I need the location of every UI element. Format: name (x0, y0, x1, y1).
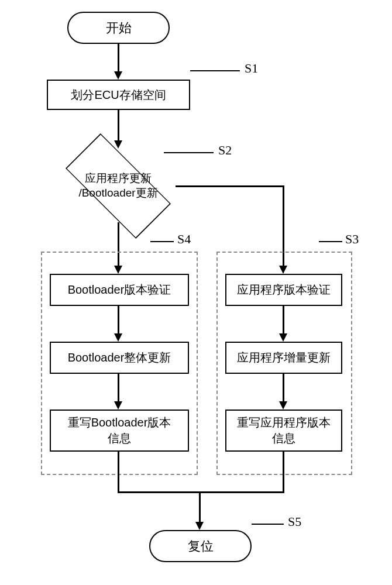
s2-line2: /Bootloader更新 (66, 186, 171, 201)
arrow-line (176, 185, 284, 187)
s3-2-process: 应用程序增量更新 (225, 342, 342, 374)
s3-3-line2: 信息 (272, 431, 295, 446)
s4-3-line1: 重写Bootloader版本 (68, 415, 171, 431)
s5-step-label: S5 (288, 514, 301, 529)
arrow-head (195, 522, 204, 530)
arrow-line (283, 306, 284, 335)
connector-line (319, 241, 342, 242)
s3-3-process: 重写应用程序版本 信息 (225, 410, 342, 452)
arrow-line (199, 491, 201, 524)
arrow-line (118, 306, 119, 335)
connector-line (190, 70, 240, 71)
s1-step-label: S1 (245, 61, 258, 76)
s4-2-process: Bootloader整体更新 (50, 342, 189, 374)
s4-step-label: S4 (177, 232, 191, 247)
s5-terminal: 复位 (149, 530, 252, 562)
s4-3-line2: 信息 (108, 431, 131, 446)
s2-decision: 应用程序更新 /Bootloader更新 (60, 148, 177, 224)
arrow-head (114, 333, 122, 342)
arrow-head (114, 71, 122, 80)
s2-text: 应用程序更新 /Bootloader更新 (66, 171, 171, 200)
s4-1-label: Bootloader版本验证 (68, 282, 171, 298)
s5-label: 复位 (188, 538, 214, 555)
arrow-head (114, 401, 122, 410)
connector-line (252, 524, 284, 525)
s1-label: 划分ECU存储空间 (71, 87, 166, 103)
arrow-line (283, 374, 284, 403)
arrow-line (283, 452, 284, 493)
s3-1-label: 应用程序版本验证 (237, 282, 331, 298)
s3-step-label: S3 (345, 232, 359, 247)
s4-1-process: Bootloader版本验证 (50, 274, 189, 306)
arrow-head (279, 333, 287, 342)
connector-line (164, 152, 214, 153)
arrow-head (279, 401, 287, 410)
arrow-line (118, 374, 119, 403)
arrow-head (114, 140, 122, 149)
s2-line1: 应用程序更新 (66, 171, 171, 186)
arrow-line (118, 44, 119, 73)
s3-3-line1: 重写应用程序版本 (237, 415, 331, 431)
s4-2-label: Bootloader整体更新 (68, 350, 171, 366)
connector-line (150, 241, 174, 242)
s1-process: 划分ECU存储空间 (47, 80, 190, 110)
start-terminal: 开始 (67, 12, 170, 44)
arrow-line (118, 110, 119, 142)
arrow-line (118, 491, 284, 493)
s4-3-process: 重写Bootloader版本 信息 (50, 410, 189, 452)
start-label: 开始 (106, 19, 132, 37)
s2-step-label: S2 (218, 143, 232, 158)
arrow-line (118, 452, 119, 493)
s3-2-label: 应用程序增量更新 (237, 350, 331, 366)
s3-1-process: 应用程序版本验证 (225, 274, 342, 306)
